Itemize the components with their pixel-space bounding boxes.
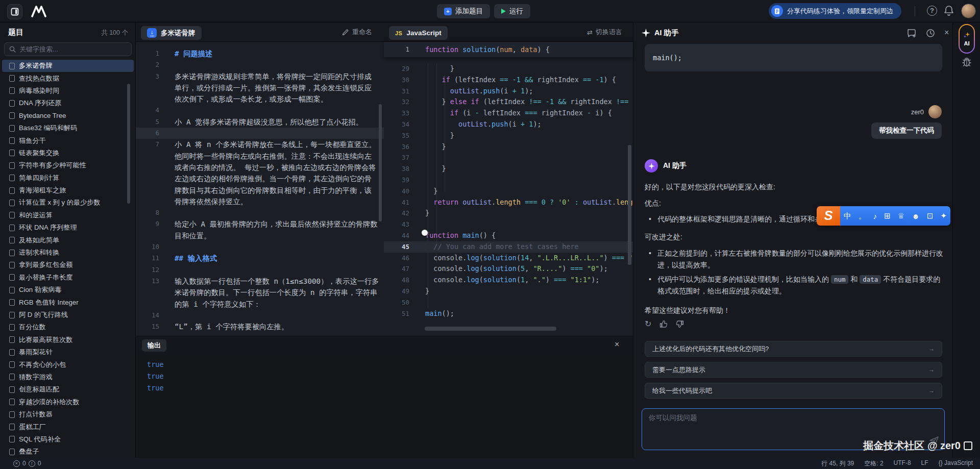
- code-line[interactable]: 33 if (i - leftIndex === rightIndex - i)…: [384, 108, 633, 119]
- sidebar-item[interactable]: 计算位置 x 到 y 的最少步数: [2, 196, 134, 209]
- code-line[interactable]: 40 }: [384, 186, 633, 197]
- ime-button[interactable]: 中: [844, 211, 851, 221]
- app-logo[interactable]: [29, 4, 49, 19]
- sidebar-item[interactable]: 比赛最高获胜次数: [2, 334, 134, 346]
- regenerate-icon[interactable]: ↻: [645, 319, 651, 329]
- problem-line[interactable]: 5小 A 觉得多米诺骨牌超级没意思，所以他想了点小花招。: [136, 116, 384, 128]
- sidebar-item[interactable]: 猜数字游戏: [2, 371, 134, 383]
- problem-line[interactable]: 10: [136, 241, 384, 253]
- add-problem-button[interactable]: + 添加题目: [437, 4, 490, 18]
- problem-line[interactable]: 单行，或分行排成一片。推倒第一张骨牌，其余发生连锁反应: [136, 82, 384, 93]
- sidebar-item[interactable]: 字符串有多少种可能性: [2, 159, 134, 171]
- code-line[interactable]: 37: [384, 152, 633, 163]
- sidebar-item[interactable]: 查找热点数据: [2, 72, 134, 84]
- problem-scrollbar[interactable]: [379, 104, 382, 221]
- code-line[interactable]: 31 outList.push(i + 1);: [384, 86, 633, 97]
- sidebar-item[interactable]: 猫鱼分干: [2, 134, 134, 146]
- problem-line[interactable]: 9给定小 A 最初推骨牌的方向，求出最后依然保持竖立的骨牌数: [136, 218, 384, 230]
- code-line[interactable]: 46 console.log(solution(14, ".L.R...LR..…: [384, 253, 633, 264]
- problem-line[interactable]: 12: [136, 264, 384, 276]
- sidebar-item[interactable]: 创意标题匹配: [2, 383, 134, 396]
- code-line[interactable]: 47 console.log(solution(5, "R....") === …: [384, 263, 633, 275]
- code-line[interactable]: 41 return outList.length === 0 ? '0' : o…: [384, 197, 633, 208]
- problem-line[interactable]: 1# 问题描述: [136, 48, 384, 59]
- sidebar-item[interactable]: 暴雨梨花针: [2, 346, 134, 358]
- sidebar-item[interactable]: 环状 DNA 序列整理: [2, 221, 134, 234]
- debug-bug-icon[interactable]: [961, 56, 972, 67]
- sidebar-item[interactable]: 青海湖租车之旅: [2, 184, 134, 196]
- sidebar-item[interactable]: Bytedance Tree: [2, 110, 134, 122]
- sidebar-item[interactable]: 拿到最多红包金额: [2, 259, 134, 271]
- sidebar-item[interactable]: 阿 D 的飞行路线: [2, 309, 134, 321]
- history-icon[interactable]: [926, 29, 935, 38]
- problem-line[interactable]: 8: [136, 207, 384, 218]
- code-line[interactable]: 35 }: [384, 130, 633, 141]
- sidebar-item[interactable]: 最小替换子串长度: [2, 271, 134, 284]
- problem-line[interactable]: 11## 输入格式: [136, 253, 384, 264]
- code-content[interactable]: 29 }30 if (leftIndex == -1 && rightIndex…: [384, 63, 633, 319]
- new-chat-icon[interactable]: [907, 29, 917, 38]
- problem-line[interactable]: 13输入数据第一行包括一个整数 n（1≤n≤3000），表示这一行多: [136, 276, 384, 287]
- sticky-code-line[interactable]: 1function solution(num, data) {: [384, 42, 633, 57]
- problem-line[interactable]: 的第 i 个字符意义如下：: [136, 299, 384, 310]
- sidebar-item[interactable]: 进制求和转换: [2, 246, 134, 259]
- code-line[interactable]: 49}: [384, 286, 633, 297]
- output-tab[interactable]: 输出: [142, 339, 166, 352]
- sidebar-item[interactable]: 蛋糕工厂: [2, 421, 134, 433]
- problem-line[interactable]: 左边或右边的相邻骨牌推倒。当一个骨牌，其左边倒向它的骨: [136, 173, 384, 184]
- sidebar-item[interactable]: RGB 色值转 Integer: [2, 296, 134, 308]
- code-line[interactable]: 39: [384, 175, 633, 186]
- code-line[interactable]: 43: [384, 219, 633, 230]
- sidebar-item[interactable]: Cion 勒索病毒: [2, 284, 134, 296]
- problem-line[interactable]: 他同时将一些骨牌向左或向右推倒。注意：不会出现连续向左: [136, 151, 384, 162]
- sidebar-item[interactable]: 不再贪心的小包: [2, 358, 134, 371]
- language-tab[interactable]: JS JavaScript: [389, 26, 448, 40]
- sidebar-item[interactable]: 百分位数: [2, 321, 134, 333]
- problem-line[interactable]: 7小 A 将 n 个多米诺骨牌放在一条线上，每一块都垂直竖立。: [136, 139, 384, 150]
- suggestion-button[interactable]: 上述优化后的代码还有其他优化空间吗?→: [645, 341, 942, 357]
- problem-line[interactable]: 4: [136, 105, 384, 116]
- code-line[interactable]: 30 if (leftIndex == -1 && rightIndex == …: [384, 75, 633, 86]
- notifications-button[interactable]: [944, 5, 955, 16]
- problems-status[interactable]: × 0 ! 0: [13, 460, 41, 467]
- problem-line[interactable]: 米诺骨牌的数目。下一行包括一个长度为 n 的字符串，字符串: [136, 287, 384, 298]
- run-button[interactable]: 运行: [494, 4, 530, 18]
- problem-line[interactable]: 6: [136, 128, 384, 139]
- sidebar-item[interactable]: 和的逆运算: [2, 209, 134, 221]
- problem-line[interactable]: 目和位置。: [136, 230, 384, 241]
- sidebar-scrollbar[interactable]: [127, 84, 130, 204]
- problem-tab[interactable]: ↓ 多米诺骨牌: [141, 26, 202, 40]
- sidebar-item[interactable]: 多米诺骨牌: [2, 60, 134, 72]
- sidebar-item[interactable]: 链表聚集交换: [2, 147, 134, 159]
- ime-button[interactable]: ✦: [940, 211, 947, 220]
- ime-button[interactable]: ☻: [912, 212, 920, 220]
- problem-line[interactable]: 依次倒下，或形成一条长龙，或形成一幅图案。: [136, 93, 384, 105]
- user-avatar[interactable]: [961, 4, 976, 18]
- code-line[interactable]: 36 }: [384, 141, 633, 153]
- sidebar-item[interactable]: 穿越沙漠的补给次数: [2, 396, 134, 408]
- thumbs-up-icon[interactable]: [659, 320, 668, 328]
- rename-button[interactable]: 重命名: [342, 28, 372, 37]
- help-button[interactable]: ?: [927, 6, 937, 16]
- switch-language-button[interactable]: ⇄ 切换语言: [587, 28, 622, 37]
- code-line[interactable]: 32 } else if (leftIndex !== -1 && rightI…: [384, 96, 633, 108]
- sidebar-item[interactable]: Base32 编码和解码: [2, 122, 134, 134]
- thumbs-down-icon[interactable]: [676, 320, 684, 328]
- suggestion-button[interactable]: 给我一些代码提示吧→: [645, 383, 942, 399]
- code-line[interactable]: 38 }: [384, 163, 633, 175]
- problem-line[interactable]: 骨牌将依然保持竖立。: [136, 196, 384, 207]
- code-line[interactable]: 42}: [384, 208, 633, 219]
- ime-button[interactable]: 。: [859, 211, 866, 221]
- window-toggle-button[interactable]: [7, 4, 22, 19]
- code-line[interactable]: 48 console.log(solution(1, ".") === "1:1…: [384, 275, 633, 286]
- code-line[interactable]: 51main();: [384, 308, 633, 319]
- search-input[interactable]: 关键字搜索...: [4, 42, 132, 56]
- problem-content[interactable]: 1# 问题描述23多米诺骨牌游戏规则非常简单，将骨牌按一定间距的尺寸排成单行，或…: [136, 48, 384, 332]
- ai-assistant-toggle[interactable]: AI: [959, 24, 975, 54]
- ime-button[interactable]: ♕: [898, 211, 904, 220]
- promo-banner[interactable]: 分享代码练习体验，领限量定制周边: [769, 3, 901, 19]
- close-icon[interactable]: ×: [615, 340, 619, 349]
- sidebar-item[interactable]: 病毒感染时间: [2, 85, 134, 97]
- sogou-logo-icon[interactable]: S: [817, 206, 840, 226]
- problem-line[interactable]: 牌数目与其右边倒向它的骨牌数目相等时，由于力的平衡，该: [136, 185, 384, 196]
